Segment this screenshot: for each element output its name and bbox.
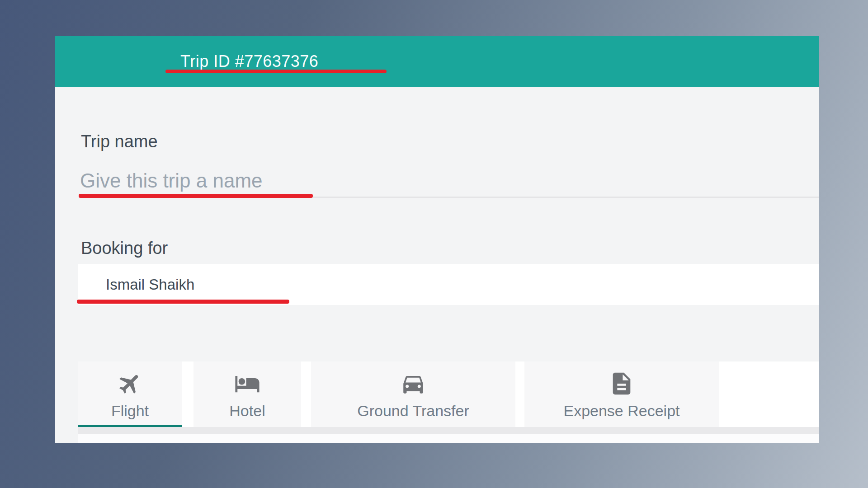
booking-type-tabbar: Flight Hotel Ground Transfer xyxy=(78,361,819,427)
card-header: Trip ID #77637376 xyxy=(55,36,819,87)
tab-ground-transfer-label: Ground Transfer xyxy=(357,402,469,420)
tab-expense-receipt-label: Expense Receipt xyxy=(563,402,679,420)
bed-icon xyxy=(234,370,260,398)
receipt-icon xyxy=(609,370,635,398)
tabbar-bottom-divider xyxy=(78,427,819,434)
tab-ground-transfer[interactable]: Ground Transfer xyxy=(311,361,515,427)
trip-id-annotation-underline xyxy=(165,70,387,73)
tab-hotel[interactable]: Hotel xyxy=(193,361,301,427)
trip-name-label: Trip name xyxy=(81,132,158,151)
booking-for-annotation-underline xyxy=(77,300,289,304)
trip-id-title: Trip ID #77637376 xyxy=(180,36,318,87)
trip-name-input[interactable] xyxy=(79,165,819,198)
tab-expense-receipt[interactable]: Expense Receipt xyxy=(524,361,719,427)
tab-hotel-label: Hotel xyxy=(229,402,265,420)
booking-for-select[interactable]: Ismail Shaikh xyxy=(78,264,819,305)
tab-flight-label: Flight xyxy=(111,402,149,420)
car-icon xyxy=(400,370,426,398)
airplane-icon xyxy=(117,370,143,398)
trip-booking-card: Trip ID #77637376 Trip name Booking for … xyxy=(55,36,819,443)
booking-for-value: Ismail Shaikh xyxy=(106,276,194,293)
booking-for-label: Booking for xyxy=(81,239,168,258)
trip-name-annotation-underline xyxy=(79,194,313,198)
tab-content-top-strip xyxy=(78,434,819,443)
tab-flight[interactable]: Flight xyxy=(78,361,182,427)
